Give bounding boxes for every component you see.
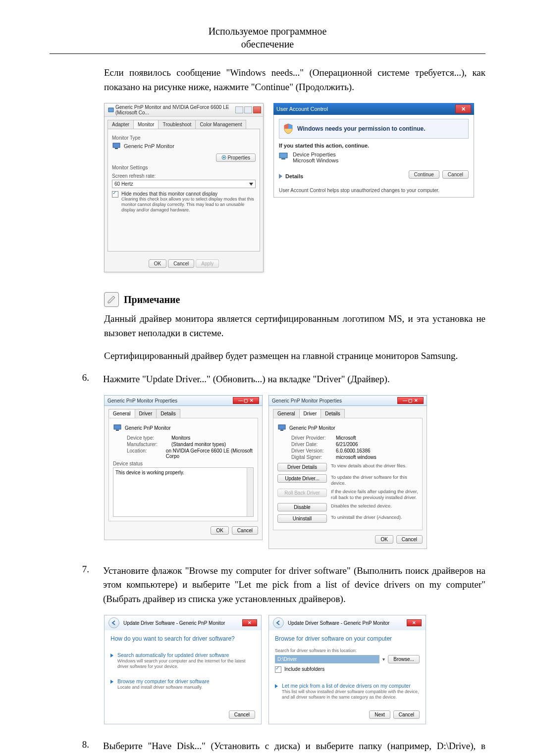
device-type-value: Monitors — [171, 435, 190, 441]
update-driver-button[interactable]: Update Driver... — [277, 474, 327, 483]
tab-monitor[interactable]: Monitor — [133, 120, 159, 129]
note-title: Примечание — [124, 294, 180, 305]
path-input[interactable]: D:\Driver — [275, 655, 379, 663]
monitor-name: Generic PnP Monitor — [289, 425, 335, 431]
option-desc: This list will show installed driver sof… — [282, 689, 420, 700]
uac-titlebar: User Account Control ✕ — [273, 103, 474, 115]
svg-rect-6 — [281, 158, 285, 159]
device-status-box: This device is working properly. — [113, 467, 254, 517]
titlebar: Generic PnP Monitor and NVIDIA GeForce 6… — [105, 103, 263, 117]
page-header: Используемое программное обеспечение — [50, 25, 485, 54]
uninstall-desc: To uninstall the driver (Advanced). — [331, 514, 418, 520]
chevron-down-icon — [249, 183, 253, 186]
tab-driver[interactable]: Driver — [135, 409, 157, 418]
cancel-button[interactable]: Cancel — [393, 710, 420, 719]
tab-adapter[interactable]: Adapter — [107, 120, 134, 129]
step-6-text: Нажмите "Update Driver..." (Обновить...)… — [103, 372, 485, 387]
window-title: Generic PnP Monitor and NVIDIA GeForce 6… — [115, 104, 235, 115]
driver-date-value: 6/21/2006 — [336, 442, 358, 447]
minimize-button[interactable] — [235, 106, 243, 113]
apply-button[interactable]: Apply — [196, 259, 219, 268]
disable-button[interactable]: Disable — [277, 503, 327, 511]
step-8-text: Выберите "Have Disk..." (Установить с ди… — [103, 739, 485, 756]
ok-button[interactable]: OK — [375, 535, 393, 544]
hide-modes-description: Clearing this check box allows you to se… — [121, 197, 256, 212]
arrow-right-icon — [110, 680, 113, 684]
include-subfolders-checkbox[interactable] — [275, 666, 281, 673]
monitor-name: Generic PnP Monitor — [124, 143, 174, 149]
rollback-driver-button[interactable]: Roll Back Driver — [277, 489, 327, 497]
intro-paragraph: Если появилось сообщение "Windows needs.… — [50, 66, 485, 94]
uac-title-text: User Account Control — [276, 106, 328, 112]
cancel-button[interactable]: Cancel — [396, 535, 423, 544]
option-browse-computer[interactable]: Browse my computer for driver software L… — [110, 678, 255, 690]
option-auto-search[interactable]: Search automatically for updated driver … — [110, 652, 255, 669]
wizard-heading: How do you want to search for driver sof… — [110, 635, 255, 642]
cancel-button[interactable]: Cancel — [232, 526, 258, 535]
update-driver-wizard-search: Update Driver Software - Generic PnP Mon… — [104, 615, 262, 724]
tab-color-management[interactable]: Color Management — [195, 120, 246, 129]
hide-modes-checkbox[interactable] — [112, 191, 118, 198]
close-button[interactable]: ✕ — [455, 104, 471, 113]
step-7-text: Установите флажок "Browse my computer fo… — [103, 564, 485, 606]
device-type-label: Device type: — [127, 435, 167, 441]
header-line1: Используемое программное — [209, 26, 327, 37]
ok-button[interactable]: OK — [149, 259, 166, 268]
option-desc: Windows will search your computer and th… — [117, 658, 255, 669]
back-button[interactable] — [273, 617, 284, 628]
scrollbar[interactable] — [247, 468, 253, 516]
uac-banner-text: Windows needs your permission to continu… — [297, 125, 426, 132]
step-6-number: 6. — [50, 372, 89, 387]
continue-button[interactable]: Continue — [409, 170, 439, 179]
note-p2: Сертифицированный драйвер будет размещен… — [50, 349, 485, 363]
figure-1: Generic PnP Monitor and NVIDIA GeForce 6… — [104, 103, 485, 272]
maximize-button[interactable] — [244, 106, 252, 113]
manufacturer-label: Manufacturer: — [127, 442, 167, 447]
tab-details[interactable]: Details — [156, 409, 180, 418]
uac-subtext: If you started this action, continue. — [279, 143, 469, 149]
cancel-button[interactable]: Cancel — [229, 710, 255, 719]
close-button[interactable]: ✕ — [407, 619, 422, 626]
option-title: Search automatically for updated driver … — [117, 652, 255, 658]
svg-rect-8 — [116, 430, 119, 431]
chevron-down-icon[interactable]: ▾ — [382, 656, 385, 662]
device-status-label: Device status — [113, 461, 254, 466]
figure-2: Generic PnP Monitor Properties — ▢ ✕ Gen… — [104, 395, 485, 549]
ok-button[interactable]: OK — [211, 526, 228, 535]
close-button[interactable] — [253, 106, 261, 113]
option-pick-from-list[interactable]: Let me pick from a list of device driver… — [275, 683, 420, 700]
svg-rect-9 — [278, 425, 285, 429]
tab-driver[interactable]: Driver — [299, 409, 321, 418]
device-status-text: This device is working properly. — [115, 470, 184, 475]
refresh-rate-value: 60 Hertz — [114, 181, 133, 187]
uac-details-toggle[interactable]: Details — [279, 173, 303, 179]
cancel-button[interactable]: Cancel — [442, 170, 469, 179]
digital-signer-value: microsoft windows — [336, 454, 376, 460]
next-button[interactable]: Next — [369, 710, 390, 719]
tab-general[interactable]: General — [273, 409, 300, 418]
properties-dialog-driver: Generic PnP Monitor Properties — ▢ ✕ Gen… — [268, 395, 427, 549]
digital-signer-label: Digital Signer: — [291, 454, 332, 460]
close-button[interactable]: — ▢ ✕ — [397, 397, 424, 404]
tab-troubleshoot[interactable]: Troubleshoot — [158, 120, 196, 129]
step-7-number: 7. — [50, 564, 89, 606]
uninstall-button[interactable]: Uninstall — [277, 514, 327, 523]
properties-button[interactable]: Properties — [216, 153, 256, 162]
refresh-rate-dropdown[interactable]: 60 Hertz — [112, 180, 256, 188]
browse-button[interactable]: Browse... — [388, 655, 420, 663]
close-button[interactable]: — ▢ ✕ — [233, 397, 259, 404]
back-button[interactable] — [108, 617, 119, 628]
wizard-heading: Browse for driver software on your compu… — [275, 635, 420, 642]
manufacturer-value: (Standard monitor types) — [171, 442, 226, 447]
monitor-name: Generic PnP Monitor — [125, 425, 171, 431]
tab-details[interactable]: Details — [321, 409, 345, 418]
close-button[interactable]: ✕ — [242, 619, 257, 626]
driver-details-button[interactable]: Driver Details — [277, 463, 327, 471]
cancel-button[interactable]: Cancel — [168, 259, 194, 268]
driver-provider-value: Microsoft — [336, 435, 356, 441]
driver-version-value: 6.0.6000.16386 — [336, 448, 371, 454]
driver-details-desc: To view details about the driver files. — [331, 463, 418, 468]
tab-general[interactable]: General — [108, 409, 135, 418]
svg-rect-10 — [280, 430, 283, 431]
driver-provider-label: Driver Provider: — [291, 435, 332, 441]
